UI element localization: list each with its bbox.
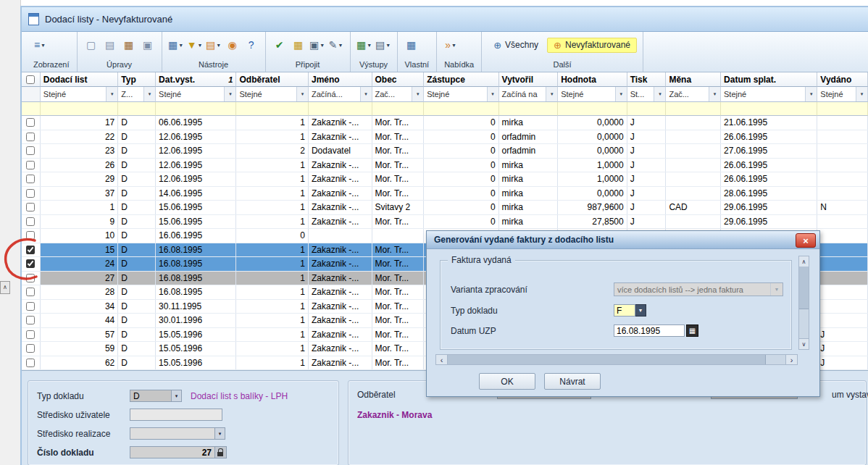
filter-button[interactable]: ▼▼ (187, 37, 203, 53)
open-record-button[interactable]: ▤ (102, 37, 118, 53)
attach-link-button[interactable]: ✎▼ (328, 37, 344, 53)
column-header[interactable]: Dat.vyst.1 (156, 72, 236, 87)
collapse-arrow-button[interactable]: ∧ (0, 281, 10, 294)
row-select-checkbox[interactable] (26, 161, 35, 169)
column-header[interactable]: Datum splat. (721, 72, 817, 87)
filter-dropdown-icon[interactable]: ▾ (546, 87, 557, 101)
column-header[interactable]: Měna (666, 72, 721, 87)
table-row[interactable]: 1D15.06.19951Zakaznik -...Svitavy 20mirk… (22, 201, 868, 215)
column-header[interactable]: Vydáno (817, 72, 868, 87)
delete-record-button[interactable]: ▦ (121, 37, 137, 53)
quickfilter-cell[interactable] (236, 102, 308, 116)
column-header[interactable]: Hodnota (558, 72, 627, 87)
display-menu-button[interactable]: ≡▼ (32, 37, 48, 53)
row-select-checkbox[interactable] (26, 259, 35, 268)
stredisko-realizace-spinner[interactable]: ▾ (215, 427, 225, 440)
scroll-left-icon[interactable]: ‹ (436, 355, 448, 364)
quickfilter-cell[interactable] (372, 102, 425, 116)
calendar-icon[interactable]: ▦ (686, 324, 698, 337)
row-select-checkbox[interactable] (26, 217, 35, 226)
stredisko-uzivatele-field[interactable] (130, 409, 222, 421)
quickfilter-cell[interactable] (666, 102, 721, 116)
column-header[interactable]: Typ (118, 72, 156, 87)
filter-dropdown-icon[interactable]: ▾ (805, 87, 817, 101)
column-header[interactable]: Tisk (627, 72, 667, 87)
row-select-checkbox[interactable] (26, 344, 35, 353)
vsechny-button[interactable]: ⊕Všechny (488, 38, 544, 52)
filter-dropdown-icon[interactable]: ▾ (224, 87, 235, 101)
row-select-checkbox[interactable] (26, 330, 35, 339)
varianta-zpracovani-select[interactable]: více dodacích listů --> jedna faktura ▼ (614, 282, 783, 296)
typ-dokladu-spinner[interactable]: ▾ (172, 390, 182, 402)
column-header[interactable]: Odběratel (236, 72, 308, 87)
print-button[interactable]: ▤▼ (375, 37, 391, 53)
row-select-checkbox[interactable] (26, 146, 35, 155)
export-button[interactable]: ▦▼ (356, 37, 372, 53)
typ-dokladu-lookup-button[interactable]: ▼ (635, 304, 646, 317)
typ-dokladu-field[interactable]: D (130, 390, 172, 402)
quickfilter-cell[interactable] (817, 102, 868, 116)
row-select-checkbox[interactable] (26, 133, 35, 141)
filter-dropdown-icon[interactable]: ▾ (360, 87, 372, 101)
window-titlebar[interactable]: Dodací listy - Nevyfakturované (22, 7, 868, 32)
table-row[interactable]: 22D12.06.19951Zakaznik -...Mor. Tr...0or… (22, 130, 868, 145)
column-header[interactable]: Dodací list (41, 72, 118, 87)
quickfilter-cell[interactable] (118, 102, 156, 116)
table-row[interactable]: 37D14.06.19951Zakaznik -...Mor. Tr...0mi… (22, 187, 868, 201)
column-header[interactable]: Obec (372, 72, 425, 87)
filter-dropdown-icon[interactable]: ▾ (106, 87, 117, 101)
menu-button[interactable]: »▼ (443, 37, 459, 53)
row-select-checkbox[interactable] (26, 189, 35, 198)
typ-dokladu-dialog-input[interactable]: F (614, 304, 635, 317)
table-row[interactable]: 9D15.06.19951Zakaznik -...Mor. Tr...0mir… (22, 215, 868, 230)
quickfilter-cell[interactable] (22, 102, 41, 116)
quickfilter-cell[interactable] (156, 102, 236, 116)
quickfilter-cell[interactable] (424, 102, 498, 116)
column-header[interactable]: Zástupce (424, 72, 498, 87)
attach-image-button[interactable]: ▣▼ (309, 37, 325, 53)
help-button[interactable]: ? (243, 37, 259, 53)
table-row[interactable]: 23D12.06.19952DodavatelMor. Tr...0orfadm… (22, 144, 868, 159)
nevyfakturovane-button[interactable]: ⊕Nevyfakturované (547, 38, 637, 53)
attach-note-button[interactable]: ✔ (272, 37, 288, 53)
row-select-checkbox[interactable] (26, 316, 35, 324)
table-row[interactable]: 29D12.06.19951Zakaznik -...Mor. Tr...0mi… (22, 172, 868, 187)
row-select-checkbox[interactable] (26, 359, 35, 367)
row-select-checkbox[interactable] (26, 175, 35, 183)
find-button[interactable]: ◉ (225, 37, 241, 53)
dialog-horizontal-scrollbar[interactable]: ‹ › (435, 354, 798, 365)
table-row[interactable]: 26D12.06.19951Zakaznik -...Mor. Tr...0mi… (22, 159, 868, 173)
close-icon[interactable]: × (796, 233, 816, 248)
table-row[interactable]: 17D06.06.19951Zakaznik -...Mor. Tr...0mi… (22, 116, 868, 130)
row-select-checkbox[interactable] (26, 288, 35, 296)
quickfilter-cell[interactable] (41, 102, 118, 116)
filter-dropdown-icon[interactable]: ▾ (709, 87, 720, 101)
quickfilter-cell[interactable] (309, 102, 372, 116)
filter-dropdown-icon[interactable]: ▾ (654, 87, 665, 101)
stredisko-realizace-field[interactable] (130, 427, 215, 440)
column-header[interactable]: Vytvořil (499, 72, 559, 87)
dialog-vertical-scrollbar[interactable]: ∧ ∨ (798, 256, 809, 350)
horizontal-scroll-thumb[interactable] (448, 355, 766, 364)
scroll-down-icon[interactable]: ∨ (799, 338, 809, 349)
select-all-checkbox[interactable] (26, 75, 35, 84)
attach-table-button[interactable]: ▦ (291, 37, 306, 53)
row-select-checkbox[interactable] (26, 302, 35, 311)
quickfilter-cell[interactable] (721, 102, 817, 116)
grid-tools-button[interactable]: ▦▼ (168, 37, 184, 53)
filter-dropdown-icon[interactable]: ▾ (487, 87, 498, 101)
row-select-checkbox[interactable] (26, 274, 35, 282)
row-select-checkbox[interactable] (26, 246, 35, 254)
filter-dropdown-icon[interactable]: ▾ (296, 87, 308, 101)
quickfilter-cell[interactable] (558, 102, 627, 116)
vertical-scroll-thumb[interactable] (799, 267, 809, 309)
navrat-button[interactable]: Návrat (544, 373, 601, 390)
lock-icon[interactable] (215, 446, 227, 458)
filter-dropdown-icon[interactable]: ▾ (412, 87, 423, 101)
filter-dropdown-icon[interactable]: ▾ (143, 87, 155, 101)
new-record-button[interactable]: ▢ (83, 37, 99, 53)
row-select-checkbox[interactable] (26, 231, 35, 240)
row-select-checkbox[interactable] (26, 118, 35, 127)
copy-record-button[interactable]: ▣ (140, 37, 156, 53)
custom-view-button[interactable]: ▦ (404, 37, 420, 53)
